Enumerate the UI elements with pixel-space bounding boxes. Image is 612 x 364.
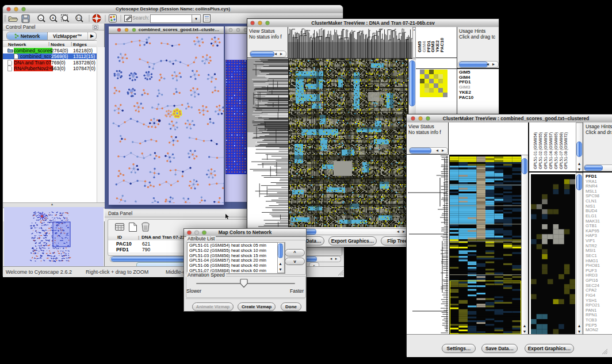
svg-text:-: - [40, 16, 42, 21]
svg-text:1:1: 1:1 [76, 16, 81, 20]
svg-text:+: + [52, 16, 55, 21]
